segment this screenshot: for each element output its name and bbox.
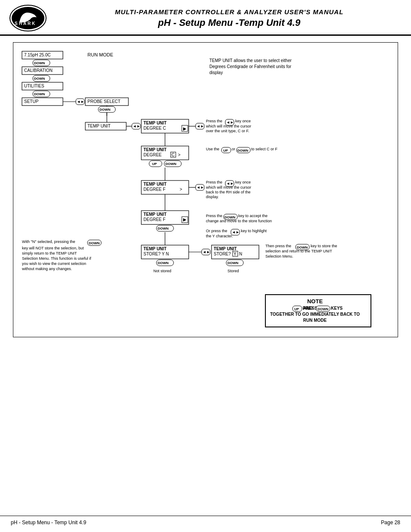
svg-text:which will move the cursor: which will move the cursor [206,124,251,128]
svg-text:◄►: ◄► [202,250,210,254]
svg-text:simply return to the TEMP UNIT: simply return to the TEMP UNIT [22,251,77,255]
svg-text:Or press the: Or press the [206,229,227,233]
svg-text:TEMP UNIT: TEMP UNIT [143,147,167,152]
svg-text:DOWN: DOWN [100,108,111,112]
svg-text:TOGETHER TO GO IMMEDIATELY BAC: TOGETHER TO GO IMMEDIATELY BACK TO [270,312,360,317]
svg-text:selection and return to the TE: selection and return to the TEMP UNIT [265,249,332,253]
svg-text:to select C or F: to select C or F [251,147,278,151]
svg-text:TEMP UNIT: TEMP UNIT [87,124,111,128]
svg-text:DOWN: DOWN [34,77,45,81]
page-footer: pH - Setup Menu - Temp Unit 4.9 Page 28 [0,516,411,526]
svg-text:C: C [171,152,174,157]
diagram-svg: 7.15pH 25.0C DOWN CALIBRATION DOWN UTILI… [20,49,399,329]
svg-text:DEGREE: DEGREE [143,152,162,157]
svg-text:TEMP UNIT: TEMP UNIT [143,182,167,187]
svg-text:DOWN: DOWN [34,92,45,96]
svg-text:DOWN: DOWN [237,149,249,152]
svg-text:TEMP UNIT: TEMP UNIT [143,246,167,251]
svg-text:STORE?    Y  N: STORE? Y N [143,252,169,256]
diagram-box: 7.15pH 25.0C DOWN CALIBRATION DOWN UTILI… [13,42,398,337]
page-subtitle: pH - Setup Menu -Temp Unit 4.9 [56,17,402,28]
svg-text:Selection Menu. This function : Selection Menu. This function is useful … [22,256,91,261]
svg-text:Press the: Press the [206,214,222,218]
svg-text:AND: AND [303,306,313,311]
svg-text:DOWN: DOWN [227,261,239,265]
svg-text:N: N [239,252,242,256]
page-header: S H A R K MULTI-PARAMETER CONTROLLER & A… [0,0,411,36]
svg-text:◄►: ◄► [77,100,84,104]
svg-text:RUN MODE: RUN MODE [87,52,113,57]
svg-text:Press the: Press the [206,119,222,123]
svg-text:◄►: ◄► [196,124,204,128]
svg-text:◄►: ◄► [133,124,140,128]
svg-text:PROBE SELECT: PROBE SELECT [87,99,121,104]
svg-text:key to store the: key to store the [311,244,337,248]
svg-text:>: > [178,152,181,157]
svg-text:DEGREE   C: DEGREE C [143,126,166,131]
svg-text:key once: key once [235,180,251,184]
svg-text:without making any changes.: without making any changes. [22,267,72,271]
svg-text:▶: ▶ [183,217,187,222]
svg-text:the Y character.: the Y character. [206,234,233,238]
svg-text:key once: key once [235,119,251,123]
svg-text:display: display [209,70,223,75]
svg-text:which will move the cursor: which will move the cursor [206,185,251,190]
svg-text:H: H [19,21,22,26]
svg-text:DOWN: DOWN [158,261,169,265]
svg-text:7.15pH  25.0C: 7.15pH 25.0C [24,53,51,57]
svg-text:Selection Menu.: Selection Menu. [265,254,293,258]
svg-text:Then press the: Then press the [265,244,291,248]
svg-text:UP: UP [152,162,157,166]
svg-text:or: or [232,147,235,151]
svg-text:DOWN: DOWN [165,162,177,166]
svg-text:R: R [28,21,31,26]
svg-text:NOTE: NOTE [307,298,323,305]
svg-text:key to highlight: key to highlight [241,229,267,233]
svg-text:Not stored: Not stored [153,269,171,273]
svg-text:◄►: ◄► [196,185,204,190]
svg-text:TEMP UNIT: TEMP UNIT [143,121,167,125]
svg-text:DEGREE   F: DEGREE F [143,217,165,222]
svg-text:DOWN: DOWN [158,227,169,230]
svg-text:STORE?: STORE? [214,252,231,256]
svg-text:TEMP UNIT: TEMP UNIT [214,246,237,251]
footer-right: Page 28 [381,520,400,526]
svg-text:display.: display. [206,195,219,199]
svg-text:DOWN: DOWN [89,241,100,245]
svg-text:Stored: Stored [227,269,239,273]
svg-text:UTILITIES: UTILITIES [24,84,44,88]
svg-text:DOWN: DOWN [34,61,45,65]
svg-text:change and move to the store f: change and move to the store function [206,219,272,223]
svg-text:SETUP: SETUP [24,99,39,104]
header-text-block: MULTI-PARAMETER CONTROLLER & ANALYZER US… [56,8,402,28]
svg-text:S: S [15,21,18,26]
svg-text:K: K [32,21,35,26]
main-content: 7.15pH 25.0C DOWN CALIBRATION DOWN UTILI… [0,36,411,344]
svg-text:Y: Y [234,252,237,256]
svg-text:A: A [23,21,26,26]
svg-text:DEGREE   F: DEGREE F [143,187,165,192]
svg-text:Press the: Press the [206,180,222,184]
svg-text:over the unit type, C or F.: over the unit type, C or F. [206,129,249,133]
svg-text:Use the: Use the [206,147,219,151]
svg-text:RUN MODE: RUN MODE [303,318,327,323]
svg-text:TEMP UNIT: TEMP UNIT [143,212,167,217]
svg-text:DOWN: DOWN [318,307,329,311]
svg-text:key to accept the: key to accept the [238,214,268,218]
svg-text:KEYS: KEYS [331,306,343,311]
svg-text:With "N" selected, pressing th: With "N" selected, pressing the [22,240,75,244]
main-title: MULTI-PARAMETER CONTROLLER & ANALYZER US… [56,8,402,16]
svg-text:back to the RH side of the: back to the RH side of the [206,190,251,194]
svg-text:TEMP UNIT allows the user to s: TEMP UNIT allows the user to select eith… [209,58,292,63]
svg-text:Degrees Centigrade or Fahrenhe: Degrees Centigrade or Fahrenheit units f… [209,64,292,69]
svg-text:▶: ▶ [183,126,187,131]
svg-text:>: > [180,187,182,192]
svg-text:key will NOT store the selecti: key will NOT store the selection, but [22,246,84,250]
svg-text:UP: UP [294,307,299,311]
svg-text:CALIBRATION: CALIBRATION [24,68,53,73]
footer-left: pH - Setup Menu - Temp Unit 4.9 [11,520,86,526]
svg-text:you wish to view the current s: you wish to view the current selection [22,261,86,266]
svg-text:UP: UP [223,149,228,152]
company-logo: S H A R K [9,4,47,32]
